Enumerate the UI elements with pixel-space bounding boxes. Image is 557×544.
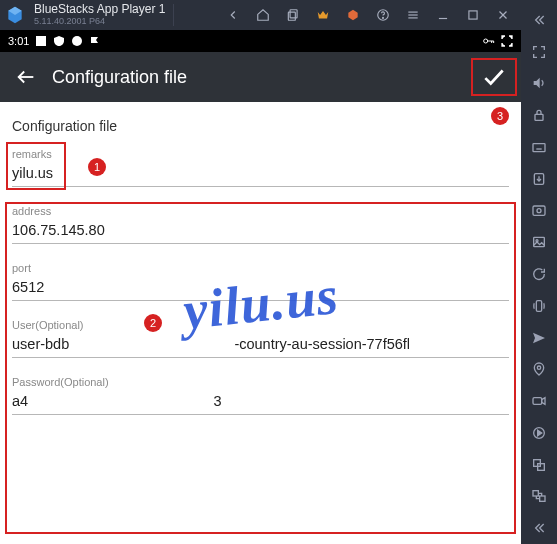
- menu-icon[interactable]: [405, 7, 421, 23]
- confirm-button[interactable]: [471, 58, 517, 96]
- minimize-icon[interactable]: [435, 7, 451, 23]
- status-flag-icon: [89, 35, 101, 47]
- svg-point-13: [484, 39, 488, 43]
- svg-rect-19: [533, 144, 545, 152]
- section-title: Configuration file: [12, 118, 513, 134]
- svg-point-12: [72, 36, 82, 46]
- password-label: Password(Optional): [12, 376, 509, 388]
- bluestacks-title: BlueStacks App Player 1: [34, 3, 165, 16]
- annotation-badge-3: 3: [491, 107, 509, 125]
- collapse-sidebar-icon[interactable]: [525, 7, 553, 33]
- remarks-label: remarks: [12, 148, 509, 160]
- recents-icon[interactable]: [285, 7, 301, 23]
- more-icon[interactable]: [525, 515, 553, 541]
- status-app-icon: [35, 35, 47, 47]
- svg-rect-8: [469, 11, 477, 19]
- password-input[interactable]: [12, 390, 509, 415]
- airplane-icon[interactable]: [525, 325, 553, 351]
- svg-point-27: [537, 209, 541, 213]
- svg-rect-38: [533, 491, 538, 496]
- title-separator: [173, 4, 174, 26]
- annotation-badge-2: 2: [144, 314, 162, 332]
- media-folder-icon[interactable]: [525, 229, 553, 255]
- highlight-main: [5, 202, 516, 534]
- help-icon[interactable]: [375, 7, 391, 23]
- location-icon[interactable]: [525, 356, 553, 382]
- back-button[interactable]: [8, 59, 44, 95]
- svg-marker-33: [542, 398, 545, 405]
- bluestacks-titlebar: BlueStacks App Player 1 5.11.40.2001 P64: [0, 0, 521, 30]
- svg-point-3: [383, 17, 384, 18]
- svg-rect-0: [290, 10, 297, 18]
- svg-rect-11: [36, 36, 46, 46]
- address-field: address: [12, 205, 509, 244]
- user-field: User(Optional): [12, 319, 509, 358]
- svg-rect-39: [540, 496, 545, 501]
- volume-icon[interactable]: [525, 71, 553, 97]
- hexagon-icon[interactable]: [345, 7, 361, 23]
- bluestacks-title-block: BlueStacks App Player 1 5.11.40.2001 P64: [34, 0, 165, 30]
- keymap-icon[interactable]: [525, 134, 553, 160]
- address-label: address: [12, 205, 509, 217]
- install-apk-icon[interactable]: [525, 166, 553, 192]
- rotate-icon[interactable]: [525, 261, 553, 287]
- status-fullscreen-icon[interactable]: [501, 35, 513, 47]
- home-icon[interactable]: [255, 7, 271, 23]
- bluestacks-version: 5.11.40.2001 P64: [34, 17, 165, 27]
- status-chrome-icon: [71, 35, 83, 47]
- sync-icon[interactable]: [525, 483, 553, 509]
- svg-rect-30: [536, 300, 541, 311]
- port-label: port: [12, 262, 509, 274]
- maximize-icon[interactable]: [465, 7, 481, 23]
- port-input[interactable]: [12, 276, 509, 301]
- svg-point-31: [537, 366, 540, 369]
- svg-marker-35: [538, 430, 542, 435]
- password-field: Password(Optional): [12, 376, 509, 415]
- android-status-bar: 3:01: [0, 30, 521, 52]
- remarks-field: remarks: [12, 148, 509, 187]
- app-header: Configuration file: [0, 52, 521, 102]
- macro-icon[interactable]: [525, 420, 553, 446]
- record-icon[interactable]: [525, 388, 553, 414]
- annotation-badge-1: 1: [88, 158, 106, 176]
- remarks-input[interactable]: [12, 162, 509, 187]
- back-history-icon[interactable]: [225, 7, 241, 23]
- svg-rect-28: [534, 238, 545, 247]
- multi-instance-icon[interactable]: [525, 452, 553, 478]
- header-title: Configuration file: [52, 67, 187, 88]
- svg-rect-26: [533, 206, 545, 215]
- lock-cursor-icon[interactable]: [525, 102, 553, 128]
- status-vpn-key-icon: [483, 35, 495, 47]
- svg-rect-1: [288, 12, 295, 20]
- user-label: User(Optional): [12, 319, 509, 331]
- status-time: 3:01: [8, 35, 29, 47]
- bluestacks-logo-icon: [0, 0, 30, 30]
- status-shield-icon: [53, 35, 65, 47]
- crown-icon[interactable]: [315, 7, 331, 23]
- screenshot-icon[interactable]: [525, 198, 553, 224]
- port-field: port: [12, 262, 509, 301]
- svg-rect-18: [535, 115, 543, 121]
- fullscreen-icon[interactable]: [525, 39, 553, 65]
- bluestacks-sidebar: [521, 0, 557, 544]
- app-body: Configuration file remarks address port …: [0, 102, 521, 544]
- shake-icon[interactable]: [525, 293, 553, 319]
- user-input[interactable]: [12, 333, 509, 358]
- close-icon[interactable]: [495, 7, 511, 23]
- svg-rect-32: [533, 398, 542, 405]
- address-input[interactable]: [12, 219, 509, 244]
